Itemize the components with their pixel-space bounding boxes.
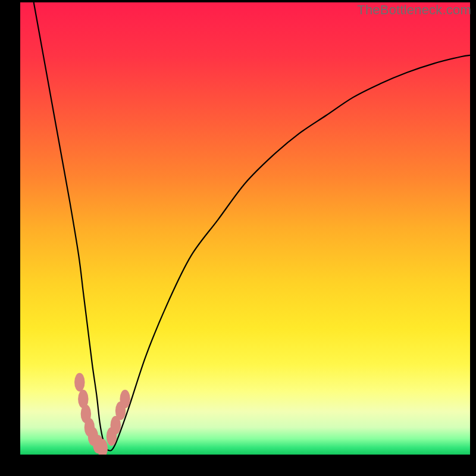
- plot-area: [20, 2, 470, 455]
- watermark-text: TheBottleneck.com: [357, 2, 471, 18]
- bottleneck-marker: [74, 373, 84, 392]
- marker-layer: [20, 2, 470, 455]
- chart-frame: TheBottleneck.com: [0, 0, 476, 476]
- bottleneck-marker: [120, 390, 130, 408]
